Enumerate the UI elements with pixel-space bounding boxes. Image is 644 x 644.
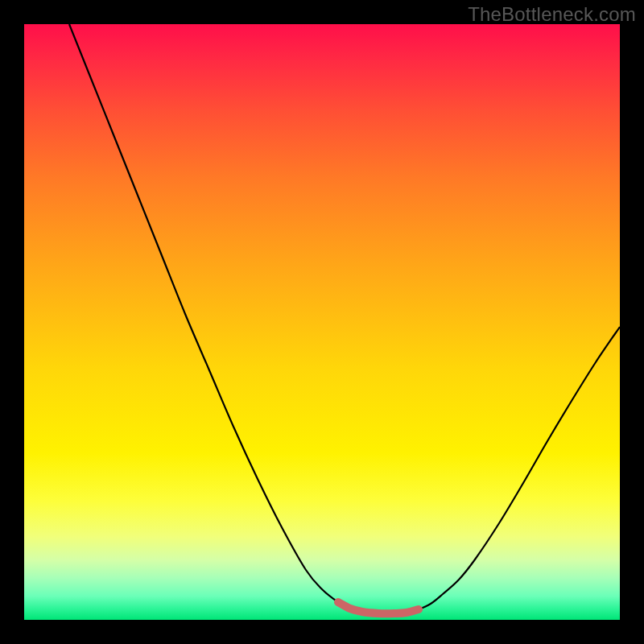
bottleneck-curve: [69, 24, 620, 613]
chart-svg: [24, 24, 620, 620]
chart-frame: TheBottleneck.com: [0, 0, 644, 644]
plot-area: [24, 24, 620, 620]
optimal-range-highlight: [338, 602, 419, 613]
watermark-text: TheBottleneck.com: [468, 3, 636, 26]
